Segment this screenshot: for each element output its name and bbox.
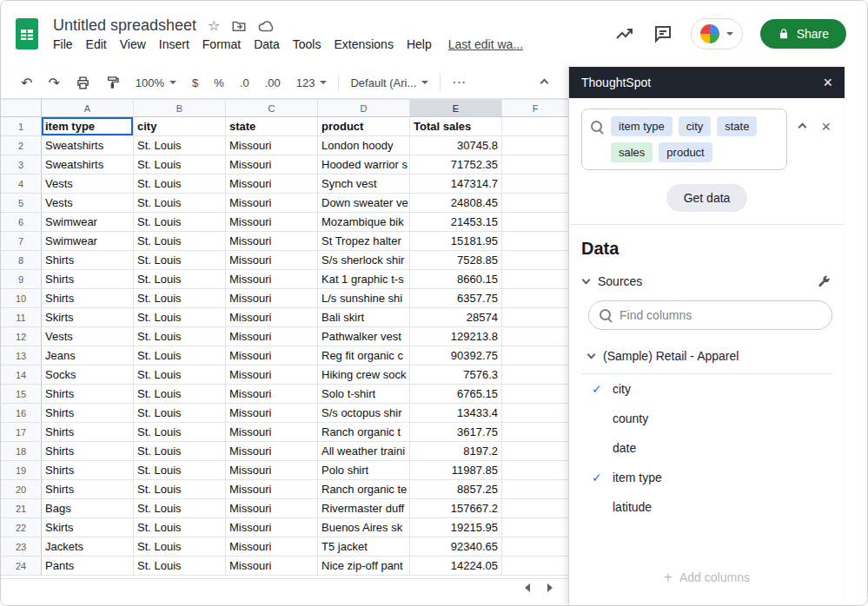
menu-insert[interactable]: Insert xyxy=(159,37,189,51)
cell-B12[interactable]: St. Louis xyxy=(134,327,226,346)
cell-A4[interactable]: Vests xyxy=(42,175,134,194)
source-column-county[interactable]: county xyxy=(581,404,832,433)
cell-F18[interactable] xyxy=(502,442,568,461)
cell-F17[interactable] xyxy=(502,423,568,442)
cell-A17[interactable]: Shirts xyxy=(42,423,134,442)
cell-C10[interactable]: Missouri xyxy=(226,289,318,308)
row-header-1[interactable]: 1 xyxy=(1,117,42,136)
cell-B16[interactable]: St. Louis xyxy=(134,404,226,423)
cell-B17[interactable]: St. Louis xyxy=(134,423,226,442)
cell-F6[interactable] xyxy=(502,213,568,232)
cell-D22[interactable]: Buenos Aires sk xyxy=(318,518,410,537)
row-header-9[interactable]: 9 xyxy=(1,270,42,289)
cell-C7[interactable]: Missouri xyxy=(226,232,318,251)
cell-F2[interactable] xyxy=(502,136,568,155)
cell-D16[interactable]: S/s octopus shir xyxy=(318,404,410,423)
cell-B24[interactable]: St. Louis xyxy=(134,557,226,576)
more-icon[interactable]: ··· xyxy=(452,75,466,90)
cell-A15[interactable]: Shirts xyxy=(42,385,134,404)
cell-A19[interactable]: Shirts xyxy=(42,461,134,480)
cell-C12[interactable]: Missouri xyxy=(226,327,318,346)
cell-F3[interactable] xyxy=(502,155,568,175)
cell-A10[interactable]: Shirts xyxy=(42,289,134,308)
wrench-icon[interactable] xyxy=(817,274,831,288)
collapse-search-icon[interactable] xyxy=(799,124,805,130)
cell-A9[interactable]: Shirts xyxy=(42,270,134,289)
cell-C1[interactable]: state xyxy=(226,117,318,136)
menu-help[interactable]: Help xyxy=(407,37,432,51)
cell-C4[interactable]: Missouri xyxy=(226,175,318,194)
cell-F9[interactable] xyxy=(502,270,568,289)
scroll-left-icon[interactable] xyxy=(523,582,532,594)
cell-E19[interactable]: 11987.85 xyxy=(410,461,502,480)
cell-A11[interactable]: Skirts xyxy=(42,308,134,327)
cell-E14[interactable]: 7576.3 xyxy=(410,366,502,385)
cell-A22[interactable]: Skirts xyxy=(42,518,134,537)
cell-D18[interactable]: All weather traini xyxy=(318,442,410,461)
cell-A5[interactable]: Vests xyxy=(42,194,134,213)
cell-C2[interactable]: Missouri xyxy=(226,136,318,155)
cell-D6[interactable]: Mozambique bik xyxy=(318,213,410,232)
cell-B22[interactable]: St. Louis xyxy=(134,518,226,537)
row-header-18[interactable]: 18 xyxy=(1,442,42,461)
cell-A2[interactable]: Sweatshirts xyxy=(42,136,134,155)
cell-D8[interactable]: S/s sherlock shir xyxy=(318,251,410,270)
cell-E10[interactable]: 6357.75 xyxy=(410,289,502,308)
undo-icon[interactable]: ↶ xyxy=(21,75,32,91)
cell-D24[interactable]: Nice zip-off pant xyxy=(318,557,410,576)
search-token-sales[interactable]: sales xyxy=(611,142,653,162)
row-header-7[interactable]: 7 xyxy=(1,232,42,251)
cell-B3[interactable]: St. Louis xyxy=(134,155,226,175)
cell-E2[interactable]: 30745.8 xyxy=(410,136,502,155)
column-header-D[interactable]: D xyxy=(318,99,410,117)
cell-F24[interactable] xyxy=(502,557,568,576)
cell-B8[interactable]: St. Louis xyxy=(134,251,226,270)
column-header-C[interactable]: C xyxy=(226,99,318,117)
row-header-2[interactable]: 2 xyxy=(1,136,42,155)
cell-E15[interactable]: 6765.15 xyxy=(410,385,502,404)
cell-E24[interactable]: 14224.05 xyxy=(410,557,502,576)
increase-decimal-button[interactable]: .00 xyxy=(265,76,281,89)
search-token-product[interactable]: product xyxy=(659,142,712,162)
cell-D13[interactable]: Reg fit organic c xyxy=(318,346,410,366)
cell-B11[interactable]: St. Louis xyxy=(134,308,226,327)
cell-E5[interactable]: 24808.45 xyxy=(410,194,502,213)
row-header-14[interactable]: 14 xyxy=(1,366,42,385)
search-token-city[interactable]: city xyxy=(679,116,712,136)
search-token-item-type[interactable]: item type xyxy=(611,116,673,136)
row-header-15[interactable]: 15 xyxy=(1,385,42,404)
cell-C18[interactable]: Missouri xyxy=(226,442,318,461)
move-folder-icon[interactable] xyxy=(231,18,247,34)
cell-A23[interactable]: Jackets xyxy=(42,537,134,557)
cell-C19[interactable]: Missouri xyxy=(226,461,318,480)
column-header-A[interactable]: A xyxy=(42,99,134,117)
cell-D4[interactable]: Synch vest xyxy=(318,175,410,194)
cell-A8[interactable]: Shirts xyxy=(42,251,134,270)
cell-F4[interactable] xyxy=(502,175,568,194)
cell-C9[interactable]: Missouri xyxy=(226,270,318,289)
cell-C6[interactable]: Missouri xyxy=(226,213,318,232)
source-column-latitude[interactable]: latitude xyxy=(581,492,832,522)
cell-C24[interactable]: Missouri xyxy=(226,557,318,576)
row-header-24[interactable]: 24 xyxy=(1,557,42,576)
cell-E9[interactable]: 8660.15 xyxy=(410,270,502,289)
cell-E7[interactable]: 15181.95 xyxy=(410,232,502,251)
cell-E23[interactable]: 92340.65 xyxy=(410,537,502,557)
cell-A14[interactable]: Socks xyxy=(42,366,134,385)
search-token-state[interactable]: state xyxy=(717,116,757,136)
cell-E22[interactable]: 19215.95 xyxy=(410,518,502,537)
row-header-23[interactable]: 23 xyxy=(1,537,42,557)
cell-E18[interactable]: 8197.2 xyxy=(410,442,502,461)
cell-A20[interactable]: Shirts xyxy=(42,480,134,499)
row-header-19[interactable]: 19 xyxy=(1,461,42,480)
format-percent-button[interactable]: % xyxy=(214,76,224,89)
cell-E16[interactable]: 13433.4 xyxy=(410,404,502,423)
row-header-6[interactable]: 6 xyxy=(1,213,42,232)
find-columns-input[interactable] xyxy=(620,308,821,322)
cell-B4[interactable]: St. Louis xyxy=(134,175,226,194)
cell-F11[interactable] xyxy=(502,308,568,327)
cell-D11[interactable]: Bali skirt xyxy=(318,308,410,327)
cell-B14[interactable]: St. Louis xyxy=(134,366,226,385)
cell-F16[interactable] xyxy=(502,404,568,423)
format-currency-button[interactable]: $ xyxy=(192,76,198,89)
